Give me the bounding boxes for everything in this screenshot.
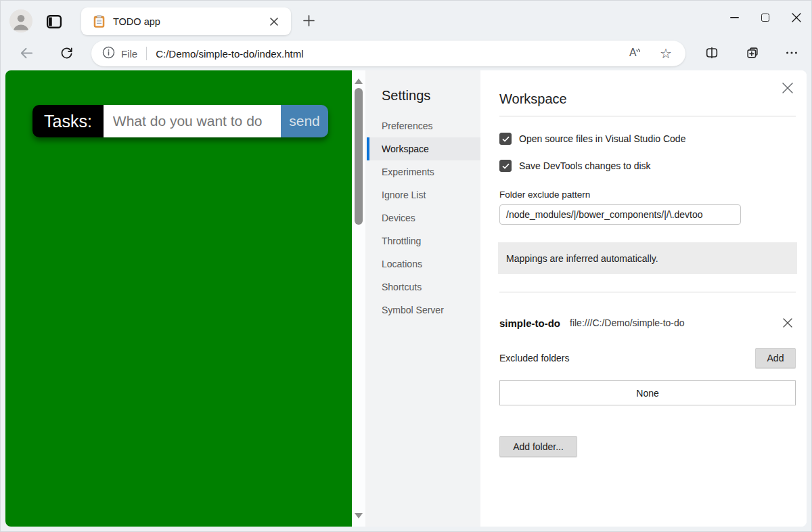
profile-avatar-icon[interactable]: [9, 9, 32, 32]
open-in-vscode-checkbox[interactable]: [499, 133, 512, 145]
close-window-button[interactable]: [781, 4, 812, 31]
folder-exclude-input[interactable]: [499, 204, 741, 225]
save-changes-checkbox[interactable]: [499, 160, 512, 172]
favorites-star-icon[interactable]: ☆: [660, 47, 672, 60]
folder-exclude-label: Folder exclude pattern: [499, 190, 796, 200]
sidebar-item-ignore-list[interactable]: Ignore List: [367, 183, 480, 206]
tasks-label: Tasks:: [32, 105, 104, 137]
sidebar-item-symbol-server[interactable]: Symbol Server: [367, 298, 480, 322]
address-bar[interactable]: File C:/Demo/simple-to-do/index.html A ☆: [91, 41, 685, 66]
maximize-button[interactable]: [750, 4, 781, 31]
project-row: simple-to-do file:///C:/Demo/simple-to-d…: [499, 315, 796, 331]
sidebar-item-experiments[interactable]: Experiments: [367, 160, 480, 183]
empty-list-text: None: [636, 388, 658, 399]
titlebar: TODO app: [0, 0, 812, 38]
panel-title: Workspace: [499, 91, 796, 107]
excluded-folders-list: None: [499, 380, 796, 405]
open-in-vscode-row: Open source files in Visual Studio Code: [499, 133, 796, 145]
collections-icon[interactable]: [740, 38, 765, 68]
tab-workspaces-icon[interactable]: [45, 12, 64, 31]
minimize-button[interactable]: [719, 4, 750, 31]
tab-title: TODO app: [113, 16, 267, 27]
window-controls: [719, 0, 812, 38]
workspace-panel: Workspace Open source files in Visual St…: [480, 70, 807, 527]
sidebar-item-preferences[interactable]: Preferences: [367, 114, 480, 137]
checkbox-label: Open source files in Visual Studio Code: [519, 133, 685, 144]
navigation-bar: File C:/Demo/simple-to-do/index.html A ☆: [0, 38, 812, 70]
add-folder-button[interactable]: Add folder...: [499, 436, 577, 457]
task-input[interactable]: [104, 105, 281, 137]
svg-text:A: A: [629, 46, 637, 58]
back-icon[interactable]: [14, 38, 38, 68]
tab-close-icon[interactable]: [267, 14, 281, 29]
sidebar-item-shortcuts[interactable]: Shortcuts: [367, 275, 480, 298]
sidebar-item-devices[interactable]: Devices: [367, 206, 480, 229]
url-scheme-label: File: [121, 48, 137, 60]
task-bar: Tasks: send: [32, 105, 328, 137]
add-excluded-folder-button[interactable]: Add: [755, 348, 796, 368]
excluded-folders-row: Excluded folders Add: [499, 348, 796, 368]
url-text[interactable]: C:/Demo/simple-to-do/index.html: [156, 48, 303, 60]
divider: [499, 292, 796, 292]
mappings-info-box: Mappings are inferred automatically.: [498, 242, 797, 274]
address-separator: [146, 47, 147, 60]
settings-sidebar: Settings Preferences Workspace Experimen…: [365, 70, 480, 527]
todo-app-page: Tasks: send: [5, 70, 352, 527]
settings-title: Settings: [382, 88, 480, 104]
new-tab-button[interactable]: [299, 11, 318, 30]
info-icon[interactable]: [102, 46, 115, 62]
excluded-folders-label: Excluded folders: [499, 353, 570, 363]
project-name: simple-to-do: [499, 317, 560, 329]
checkbox-label: Save DevTools changes to disk: [519, 160, 651, 171]
browser-tab[interactable]: TODO app: [81, 7, 291, 35]
refresh-icon[interactable]: [54, 38, 78, 68]
sidebar-item-throttling[interactable]: Throttling: [367, 229, 480, 252]
divider: [499, 116, 796, 116]
browser-window: TODO app: [0, 0, 812, 532]
sidebar-item-locations[interactable]: Locations: [367, 252, 480, 275]
content-area: Tasks: send Settings Preferences Workspa…: [5, 70, 807, 527]
scroll-up-icon[interactable]: [355, 79, 363, 84]
read-aloud-icon[interactable]: A: [628, 45, 644, 63]
split-screen-icon[interactable]: [700, 38, 724, 68]
page-scrollbar[interactable]: [352, 70, 365, 527]
clipboard-favicon-icon: [93, 15, 105, 28]
project-url: file:///C:/Demo/simple-to-do: [570, 317, 685, 328]
scrollbar-thumb[interactable]: [355, 88, 363, 225]
remove-project-icon[interactable]: [780, 315, 796, 331]
send-button[interactable]: send: [281, 105, 328, 137]
save-changes-row: Save DevTools changes to disk: [499, 160, 796, 172]
devtools-settings: Settings Preferences Workspace Experimen…: [365, 70, 807, 527]
info-message: Mappings are inferred automatically.: [506, 253, 658, 264]
scroll-down-icon[interactable]: [355, 513, 363, 518]
close-settings-icon[interactable]: [780, 80, 796, 96]
sidebar-item-workspace[interactable]: Workspace: [367, 137, 480, 160]
settings-menu-icon[interactable]: [780, 38, 804, 68]
